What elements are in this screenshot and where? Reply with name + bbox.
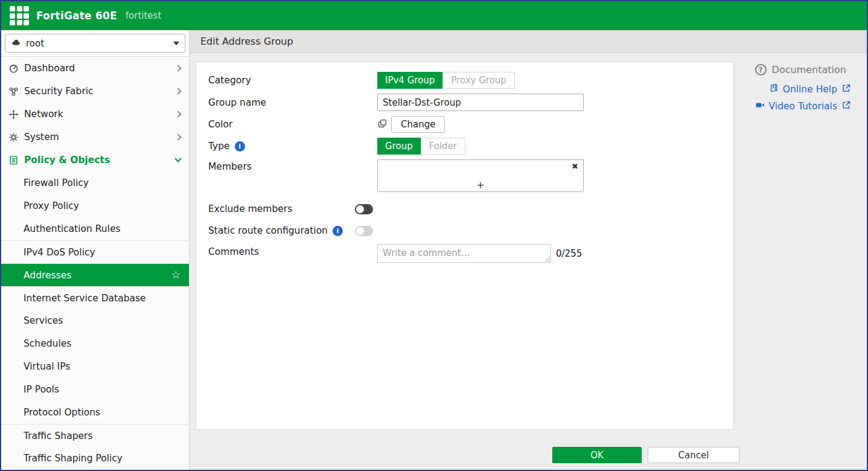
static-route-label: Static route configuration xyxy=(208,225,328,236)
sidebar-item-label: Internet Service Database xyxy=(24,293,146,304)
video-icon xyxy=(755,100,765,112)
edit-address-group-form: Category IPv4 Group Proxy Group Group na… xyxy=(196,62,734,430)
color-row: Color Change xyxy=(208,116,721,133)
external-link-icon xyxy=(841,83,851,95)
sidebar-item-label: Traffic Shaping Policy xyxy=(24,453,123,464)
dashboard-icon xyxy=(8,63,24,74)
type-label: Type xyxy=(208,141,230,152)
page-header: Edit Address Group xyxy=(190,30,867,53)
sidebar-item-label: Virtual IPs xyxy=(24,361,70,372)
color-label: Color xyxy=(208,119,377,130)
sidebar-item-virtual-ips[interactable]: Virtual IPs xyxy=(1,355,189,378)
sidebar: root Dashboard Security Fabric Network xyxy=(1,30,190,470)
chevron-right-icon xyxy=(174,65,181,71)
book-icon xyxy=(769,83,779,95)
app-window: FortiGate 60E fortitest root Dashboard xyxy=(0,0,868,471)
star-icon[interactable]: ☆ xyxy=(171,270,180,280)
sidebar-item-label: IPv4 DoS Policy xyxy=(24,247,95,258)
vdom-name: root xyxy=(26,38,44,49)
comments-textarea[interactable] xyxy=(377,244,551,263)
group-name-row: Group name xyxy=(208,94,721,111)
sidebar-item-system[interactable]: System xyxy=(1,126,189,149)
sidebar-item-label: Authentication Rules xyxy=(24,223,121,234)
sidebar-item-policy-objects[interactable]: Policy & Objects xyxy=(1,149,189,171)
type-row: Type i Group Folder xyxy=(208,138,721,155)
gear-icon xyxy=(8,132,24,143)
sidebar-item-security-fabric[interactable]: Security Fabric xyxy=(1,80,189,103)
video-tutorials-link[interactable]: Video Tutorials xyxy=(755,100,851,112)
sidebar-item-services[interactable]: Services xyxy=(1,309,189,332)
sidebar-item-protocol-options[interactable]: Protocol Options xyxy=(1,401,189,424)
category-option-ipv4-group[interactable]: IPv4 Group xyxy=(377,72,442,89)
type-option-group[interactable]: Group xyxy=(377,138,421,155)
sidebar-item-proxy-policy[interactable]: Proxy Policy xyxy=(1,194,189,217)
sidebar-item-label: Policy & Objects xyxy=(24,155,110,165)
documentation-title: Documentation xyxy=(772,64,846,75)
group-name-input[interactable] xyxy=(377,94,584,111)
exclude-members-toggle[interactable] xyxy=(355,204,373,214)
type-segmented-control: Group Folder xyxy=(377,138,465,155)
type-option-folder[interactable]: Folder xyxy=(421,138,465,155)
category-row: Category IPv4 Group Proxy Group xyxy=(208,72,721,89)
members-label: Members xyxy=(208,161,377,172)
sidebar-item-authentication-rules[interactable]: Authentication Rules xyxy=(1,217,189,240)
category-label: Category xyxy=(208,75,377,86)
security-fabric-icon xyxy=(8,86,24,97)
chevron-right-icon xyxy=(174,111,181,117)
info-icon: i xyxy=(235,141,245,152)
documentation-panel: ? Documentation Online Help Video Tutori… xyxy=(755,64,851,112)
sidebar-item-traffic-shapers[interactable]: Traffic Shapers xyxy=(1,424,189,447)
help-circle-icon: ? xyxy=(755,64,767,75)
page-title: Edit Address Group xyxy=(200,36,293,47)
sidebar-item-schedules[interactable]: Schedules xyxy=(1,332,189,355)
sidebar-item-firewall-policy[interactable]: Firewall Policy xyxy=(1,171,189,194)
chevron-down-icon xyxy=(174,155,181,162)
sidebar-item-network[interactable]: Network xyxy=(1,103,189,126)
network-icon xyxy=(8,109,24,120)
sidebar-item-label: Network xyxy=(24,109,63,120)
cancel-button[interactable]: Cancel xyxy=(648,447,739,463)
ok-button[interactable]: OK xyxy=(552,447,642,463)
main-content: Edit Address Group Category IPv4 Group P… xyxy=(190,30,867,470)
exclude-members-label: Exclude members xyxy=(208,203,292,214)
exclude-members-row: Exclude members xyxy=(208,200,721,217)
sidebar-item-label: Proxy Policy xyxy=(24,200,79,211)
device-name: FortiGate 60E xyxy=(36,10,117,22)
category-segmented-control: IPv4 Group Proxy Group xyxy=(377,72,515,89)
chevron-right-icon xyxy=(174,88,181,94)
members-box[interactable]: ✖ + xyxy=(377,159,584,192)
comments-label: Comments xyxy=(208,246,377,257)
info-icon: i xyxy=(333,226,343,236)
online-help-link[interactable]: Online Help xyxy=(755,83,851,95)
vdom-selector[interactable]: root xyxy=(5,34,185,53)
chevron-right-icon xyxy=(174,133,181,140)
sidebar-item-label: IP Pools xyxy=(24,384,59,395)
sidebar-item-label: Schedules xyxy=(24,338,71,349)
sidebar-item-label: Protocol Options xyxy=(24,407,100,418)
add-member-icon[interactable]: + xyxy=(378,181,583,190)
sidebar-item-label: Security Fabric xyxy=(24,86,94,97)
dropdown-caret-icon xyxy=(173,42,179,45)
comments-counter: 0/255 xyxy=(556,248,582,259)
sidebar-item-traffic-shaping-policy[interactable]: Traffic Shaping Policy xyxy=(1,447,189,470)
policy-objects-icon xyxy=(8,155,24,165)
sidebar-item-ipv4-dos-policy[interactable]: IPv4 DoS Policy xyxy=(1,240,189,263)
fortinet-logo-icon xyxy=(10,6,29,25)
clear-members-icon[interactable]: ✖ xyxy=(572,162,578,171)
color-change-button[interactable]: Change xyxy=(391,116,445,133)
sidebar-item-ip-pools[interactable]: IP Pools xyxy=(1,378,189,401)
form-actions: OK Cancel xyxy=(552,447,739,463)
static-route-toggle[interactable] xyxy=(355,226,373,236)
sidebar-item-label: Traffic Shapers xyxy=(24,431,92,441)
sidebar-item-dashboard[interactable]: Dashboard xyxy=(1,57,189,80)
category-option-proxy-group[interactable]: Proxy Group xyxy=(442,72,515,89)
sidebar-item-internet-service-database[interactable]: Internet Service Database xyxy=(1,286,189,309)
static-route-row: Static route configuration i xyxy=(208,222,721,239)
sidebar-item-label: Firewall Policy xyxy=(24,178,89,188)
members-row: Members ✖ + xyxy=(208,159,721,192)
sidebar-item-label: Dashboard xyxy=(24,63,75,74)
group-name-label: Group name xyxy=(208,97,377,108)
sidebar-item-addresses[interactable]: Addresses ☆ xyxy=(1,263,189,286)
top-bar: FortiGate 60E fortitest xyxy=(1,1,867,30)
vdom-selector-wrap: root xyxy=(1,30,189,57)
